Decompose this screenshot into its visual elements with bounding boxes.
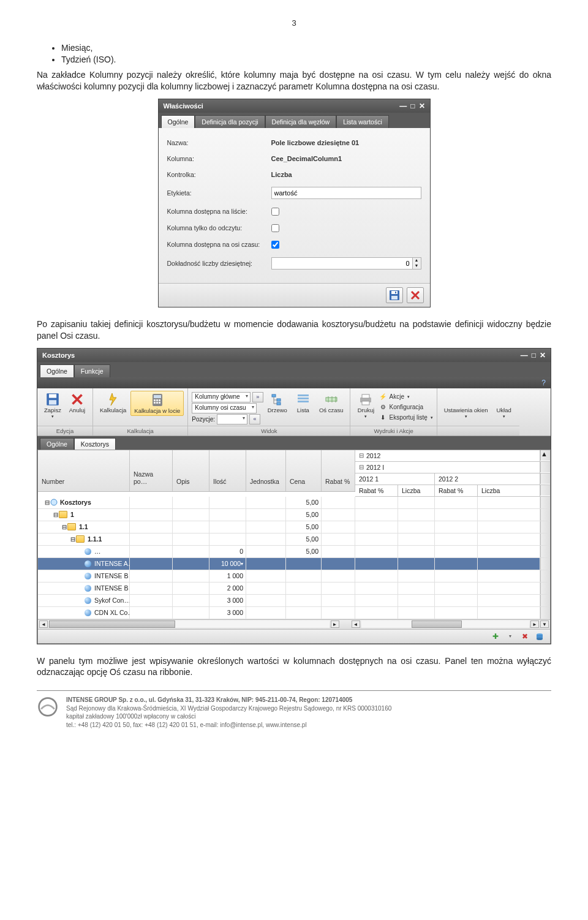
scroll-down-icon[interactable]: ▼	[540, 620, 549, 628]
table-row[interactable]: Sykof Con…3 000	[38, 595, 550, 607]
table-row[interactable]: ⊟15,00	[38, 509, 550, 521]
calculator-icon	[151, 393, 164, 407]
uklad-button[interactable]: Układ ▾	[492, 391, 516, 420]
scroll-left-icon[interactable]: ◄	[352, 620, 360, 628]
grid: Number Nazwa po… Opis Ilość Jednostka Ce…	[37, 450, 551, 644]
anuluj-button[interactable]: Anuluj	[66, 391, 89, 415]
collapse-left-button[interactable]: «	[249, 414, 260, 424]
tab-definicja-wezlow[interactable]: Definicja dla węzłów	[265, 115, 337, 128]
scroll-left-icon[interactable]: ◄	[39, 620, 48, 628]
col-nazwa[interactable]: Nazwa po…	[130, 450, 173, 491]
kolumny-osi-combo[interactable]: Kolumny osi czasu	[192, 403, 256, 413]
col-r-liczba-2[interactable]: Liczba	[478, 485, 540, 496]
save-button[interactable]	[386, 287, 403, 303]
checkbox-tylko-odczyt[interactable]	[271, 224, 279, 232]
drukuj-button[interactable]: Drukuj ▾	[354, 391, 377, 420]
col-number[interactable]: Number	[38, 450, 130, 491]
checkbox-dost-lista[interactable]	[271, 208, 279, 216]
properties-form: Nazwa: Pole liczbowe dziesiętne 01 Kolum…	[159, 128, 430, 283]
col-period[interactable]: 2012 I	[355, 462, 540, 473]
col-sub2[interactable]: 2012 2	[435, 473, 540, 485]
sub-tabs: Ogólne Kosztorys	[37, 436, 551, 450]
label-nazwa: Nazwa:	[167, 139, 271, 146]
eksport-button[interactable]: ⬇Eksportuj listę▾	[379, 413, 432, 423]
table-row[interactable]: INTENSE B…2 000	[38, 583, 550, 595]
table-row[interactable]: CDN XL Co…3 000	[38, 607, 550, 619]
svg-rect-5	[49, 394, 56, 398]
pozycje-combo[interactable]	[217, 414, 247, 424]
col-r-rabat-2[interactable]: Rabat %	[435, 485, 478, 496]
export-icon: ⬇	[379, 413, 387, 422]
tab-ogolne[interactable]: Ogólne	[40, 364, 74, 377]
table-row[interactable]: ⊟Kosztorys5,00	[38, 497, 550, 509]
table-row[interactable]: INTENSE B…1 000	[38, 570, 550, 583]
delete-icon[interactable]: ✖	[519, 632, 530, 641]
input-etykieta[interactable]	[271, 187, 421, 199]
label-tylko-odczyt: Kolumna tylko do odczytu:	[167, 224, 271, 232]
svg-rect-20	[298, 401, 309, 402]
akcje-button[interactable]: ⚡Akcje▾	[379, 392, 432, 402]
tab-lista-wartosci[interactable]: Lista wartości	[336, 115, 389, 128]
maximize-icon[interactable]: □	[532, 351, 536, 360]
subtab-ogolne[interactable]: Ogólne	[40, 438, 74, 450]
label-dokladnosc: Dokładność liczby dziesiętnej:	[167, 260, 271, 267]
zapisz-button[interactable]: Zapisz ▾	[41, 391, 64, 420]
spin-down-icon[interactable]: ▼	[413, 263, 421, 269]
scroll-right-icon[interactable]: ►	[331, 620, 339, 628]
col-ilosc[interactable]: Ilość	[209, 450, 246, 491]
vscroll-up[interactable]: ▲	[540, 450, 550, 461]
close-icon[interactable]: ✕	[540, 351, 546, 360]
minimize-icon[interactable]: —	[521, 351, 528, 360]
db-icon[interactable]	[534, 632, 545, 641]
expand-right-button[interactable]: »	[252, 392, 263, 402]
label-etykieta: Etykieta:	[167, 189, 271, 197]
os-czasu-button[interactable]: Oś czasu	[316, 391, 347, 415]
col-year[interactable]: 2012	[355, 450, 540, 461]
table-row[interactable]: INTENSE A…10 000 ▾	[38, 558, 550, 570]
drzewo-button[interactable]: Drzewo	[265, 391, 290, 415]
spin-up-icon[interactable]: ▲	[413, 258, 421, 263]
col-r-rabat-1[interactable]: Rabat %	[355, 485, 398, 496]
col-r-liczba-1[interactable]: Liczba	[398, 485, 435, 496]
subtab-kosztorys[interactable]: Kosztorys	[74, 438, 116, 450]
col-opis[interactable]: Opis	[173, 450, 209, 491]
table-row[interactable]: …05,00	[38, 546, 550, 558]
tab-ogolne[interactable]: Ogólne	[161, 115, 195, 128]
kalkulacja-locie-button[interactable]: Kalkulacja w locie	[130, 391, 184, 416]
window-title: Właściwości	[164, 102, 203, 110]
cancel-button[interactable]	[407, 287, 424, 303]
checkbox-dost-osi[interactable]	[271, 241, 279, 249]
scroll-right-icon[interactable]: ►	[530, 620, 539, 628]
ustawienia-okien-button[interactable]: Ustawienia okien ▾	[441, 391, 491, 420]
input-dokladnosc[interactable]	[271, 257, 413, 270]
tab-definicja-pozycji[interactable]: Definicja dla pozycji	[195, 115, 265, 128]
lista-button[interactable]: Lista	[292, 391, 315, 415]
horizontal-scrollbar[interactable]: ◄ ► ◄ ► ▼	[38, 619, 550, 629]
add-icon[interactable]: ✚	[490, 632, 501, 641]
maximize-icon[interactable]: □	[410, 102, 415, 110]
col-jednostka[interactable]: Jednostka	[246, 450, 286, 491]
x-icon	[410, 290, 420, 300]
kolumny-glowne-combo[interactable]: Kolumny główne	[192, 392, 250, 402]
floppy-icon	[46, 393, 59, 406]
label-kolumna: Kolumna:	[167, 155, 271, 162]
tab-funkcje[interactable]: Funkcje	[74, 364, 110, 377]
col-sub1[interactable]: 2012 1	[355, 473, 435, 485]
konfiguracja-button[interactable]: ⚙Konfiguracja	[379, 402, 432, 412]
kalkulacja-button[interactable]: Kalkulacja	[97, 391, 129, 415]
col-cena[interactable]: Cena	[286, 450, 322, 491]
svg-rect-16	[277, 399, 281, 401]
svg-point-32	[39, 698, 57, 716]
paragraph-1: Na zakładce Kolumny pozycji należy okreś…	[37, 69, 551, 92]
table-row[interactable]: ⊟1.15,00	[38, 521, 550, 534]
ribbon: Zapisz ▾ Anuluj Edycja Kalkulacja Kalk	[37, 388, 551, 436]
page-number: 3	[37, 18, 551, 28]
close-icon[interactable]: ✕	[419, 102, 425, 110]
col-rabat[interactable]: Rabat %	[322, 450, 355, 491]
help-icon[interactable]: ?	[541, 379, 546, 387]
label-kontrolka: Kontrolka:	[167, 171, 271, 178]
svg-rect-12	[154, 402, 156, 404]
page-footer: INTENSE GROUP Sp. z o.o., ul. Gdyńska 31…	[37, 696, 551, 729]
table-row[interactable]: ⊟1.1.15,00	[38, 534, 550, 546]
minimize-icon[interactable]: —	[399, 102, 407, 110]
